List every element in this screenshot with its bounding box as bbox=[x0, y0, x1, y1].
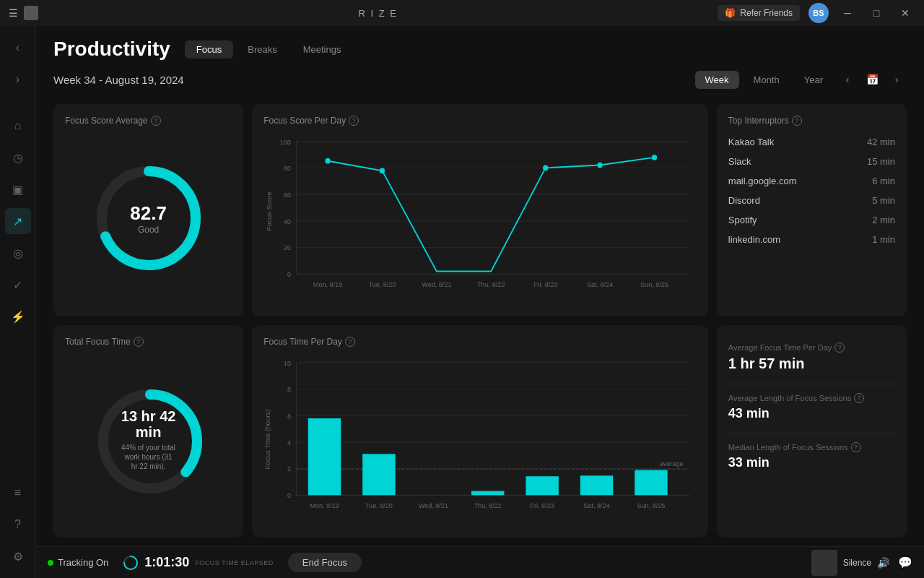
sidebar-item-tasks[interactable]: ✓ bbox=[5, 272, 31, 298]
svg-rect-47 bbox=[362, 454, 395, 495]
svg-text:Tue, 8/20: Tue, 8/20 bbox=[365, 501, 393, 509]
svg-text:80: 80 bbox=[284, 165, 291, 172]
focus-score-donut: 82.7 Good bbox=[91, 160, 206, 276]
avg-focus-help-icon[interactable]: ? bbox=[834, 342, 845, 353]
menu-icon[interactable]: ☰ bbox=[9, 7, 18, 19]
prev-period-button[interactable]: ‹ bbox=[837, 69, 858, 90]
svg-text:Thu, 8/22: Thu, 8/22 bbox=[477, 280, 505, 288]
titlebar: ☰ R I Z E 🎁 Refer Friends BS ─ □ ✕ bbox=[0, 0, 924, 26]
median-session-help-icon[interactable]: ? bbox=[851, 442, 861, 452]
top-interruptors-title: Top Interruptors ? bbox=[728, 116, 895, 126]
focus-timer: 1:01:30 FOCUS TIME ELAPSED bbox=[123, 555, 273, 571]
chart-icon: ↗ bbox=[13, 215, 22, 228]
svg-text:Sat, 8/24: Sat, 8/24 bbox=[584, 501, 610, 509]
svg-text:0: 0 bbox=[287, 271, 291, 278]
avg-focus-time-value: 1 hr 57 min bbox=[728, 355, 895, 372]
forward-icon: › bbox=[16, 73, 19, 86]
close-button[interactable]: ✕ bbox=[895, 5, 915, 21]
svg-text:average: average bbox=[660, 460, 684, 467]
period-week-button[interactable]: Week bbox=[695, 71, 739, 89]
interruptor-time: 2 min bbox=[872, 215, 895, 225]
sidebar-item-timer[interactable]: ◎ bbox=[5, 240, 31, 266]
sidebar-item-list[interactable]: ≡ bbox=[5, 480, 31, 506]
avatar[interactable]: BS bbox=[808, 3, 829, 23]
tab-meetings[interactable]: Meetings bbox=[292, 40, 353, 59]
sidebar-item-help[interactable]: ? bbox=[5, 512, 31, 538]
interruptors-help-icon[interactable]: ? bbox=[792, 116, 802, 126]
list-icon: ≡ bbox=[14, 486, 21, 499]
svg-point-23 bbox=[326, 158, 331, 164]
svg-text:Fri, 8/23: Fri, 8/23 bbox=[531, 501, 554, 509]
tracking-dot bbox=[48, 560, 53, 566]
sidebar-item-chart[interactable]: ↗ bbox=[5, 208, 31, 234]
end-focus-button[interactable]: End Focus bbox=[288, 553, 362, 572]
refer-friends-button[interactable]: 🎁 Refer Friends bbox=[718, 5, 800, 21]
total-focus-help-icon[interactable]: ? bbox=[134, 337, 144, 347]
total-focus-donut: 13 hr 42min 44% of your total work hours… bbox=[92, 384, 204, 496]
statusbar: Tracking On 1:01:30 FOCUS TIME ELAPSED E… bbox=[36, 546, 924, 578]
tab-focus[interactable]: Focus bbox=[185, 40, 233, 59]
chat-icon[interactable]: 💬 bbox=[898, 556, 912, 569]
total-focus-center: 13 hr 42min 44% of your total work hours… bbox=[121, 408, 177, 471]
total-focus-title: Total Focus Time ? bbox=[65, 337, 232, 347]
tracking-indicator: Tracking On bbox=[48, 557, 108, 568]
sidebar-item-back[interactable]: ‹ bbox=[5, 35, 31, 61]
sidebar: ‹ › ⌂ ◷ ▣ ↗ ◎ ✓ ⚡ ≡ ? bbox=[0, 26, 36, 578]
svg-text:Mon, 8/19: Mon, 8/19 bbox=[310, 501, 339, 509]
interruptor-name: Spotify bbox=[728, 215, 757, 225]
focus-time-bar-chart: 10 8 6 4 2 0 Focus Time (hours) average bbox=[263, 355, 697, 523]
svg-rect-49 bbox=[526, 476, 559, 495]
period-month-button[interactable]: Month bbox=[744, 71, 790, 89]
svg-text:60: 60 bbox=[284, 191, 291, 199]
next-period-button[interactable]: › bbox=[886, 69, 907, 90]
svg-text:Focus Score: Focus Score bbox=[266, 191, 273, 230]
timer-value: 1:01:30 bbox=[144, 555, 189, 570]
median-session-label: Median Length of Focus Sessions ? bbox=[728, 442, 895, 452]
focus-score-chart: 100 80 60 40 20 0 Focus Score Mon, 8/19 … bbox=[263, 134, 697, 302]
bolt-icon: ⚡ bbox=[11, 310, 25, 324]
minimize-button[interactable]: ─ bbox=[837, 5, 858, 21]
svg-text:Sat, 8/24: Sat, 8/24 bbox=[587, 280, 613, 288]
period-year-button[interactable]: Year bbox=[794, 71, 833, 89]
sidebar-item-forward[interactable]: › bbox=[5, 66, 31, 92]
interruptor-time: 15 min bbox=[867, 156, 895, 167]
interruptor-item: Slack 15 min bbox=[728, 154, 895, 169]
interruptor-item: Kakao Talk 42 min bbox=[728, 134, 895, 150]
total-focus-donut-container: 13 hr 42min 44% of your total work hours… bbox=[65, 355, 232, 523]
svg-text:Thu, 8/22: Thu, 8/22 bbox=[474, 501, 502, 509]
svg-text:0: 0 bbox=[287, 492, 291, 499]
avg-session-label: Average Length of Focus Sessions ? bbox=[728, 393, 895, 403]
focus-per-day-help-icon[interactable]: ? bbox=[349, 116, 359, 126]
volume-icon[interactable]: 🔊 bbox=[877, 557, 889, 569]
avg-session-help-icon[interactable]: ? bbox=[854, 393, 864, 403]
svg-text:Wed, 8/21: Wed, 8/21 bbox=[422, 280, 451, 288]
calendar-button[interactable]: 📅 bbox=[862, 69, 882, 90]
sidebar-item-clock[interactable]: ◷ bbox=[5, 144, 31, 171]
sidebar-item-bolt[interactable]: ⚡ bbox=[5, 303, 31, 329]
focus-score-help-icon[interactable]: ? bbox=[151, 116, 161, 126]
timer-ring-icon bbox=[123, 555, 139, 571]
sidebar-item-home[interactable]: ⌂ bbox=[5, 113, 31, 139]
folder-icon: ▣ bbox=[12, 183, 23, 197]
sidebar-item-settings[interactable]: ⚙ bbox=[5, 543, 31, 569]
focus-time-per-day-card: Focus Time Per Day ? bbox=[252, 325, 708, 538]
avg-session-block: Average Length of Focus Sessions ? 43 mi… bbox=[728, 393, 895, 421]
main-grid: Focus Score Average ? 82.7 Good bbox=[36, 95, 924, 546]
avg-focus-time-block: Average Focus Time Per Day ? 1 hr 57 min bbox=[728, 342, 895, 372]
app-title: R I Z E bbox=[358, 8, 397, 19]
sidebar-item-folder[interactable]: ▣ bbox=[5, 176, 31, 202]
content: Productivity Focus Breaks Meetings Week … bbox=[36, 26, 924, 578]
right-stats-card: Average Focus Time Per Day ? 1 hr 57 min… bbox=[717, 325, 907, 538]
statusbar-right: Silence 🔊 💬 bbox=[811, 550, 912, 576]
focus-score-average-card: Focus Score Average ? 82.7 Good bbox=[53, 104, 243, 316]
svg-point-26 bbox=[598, 163, 603, 168]
maximize-button[interactable]: □ bbox=[866, 5, 886, 21]
svg-text:6: 6 bbox=[287, 413, 291, 420]
back-icon: ‹ bbox=[16, 41, 19, 54]
focus-time-help-icon[interactable]: ? bbox=[345, 337, 355, 347]
timer-icon: ◎ bbox=[13, 246, 23, 260]
period-controls: Week Month Year ‹ 📅 › bbox=[695, 69, 907, 90]
tab-breaks[interactable]: Breaks bbox=[236, 40, 288, 59]
total-focus-value: 13 hr 42min bbox=[121, 408, 177, 440]
silence-label: Silence bbox=[843, 558, 871, 568]
